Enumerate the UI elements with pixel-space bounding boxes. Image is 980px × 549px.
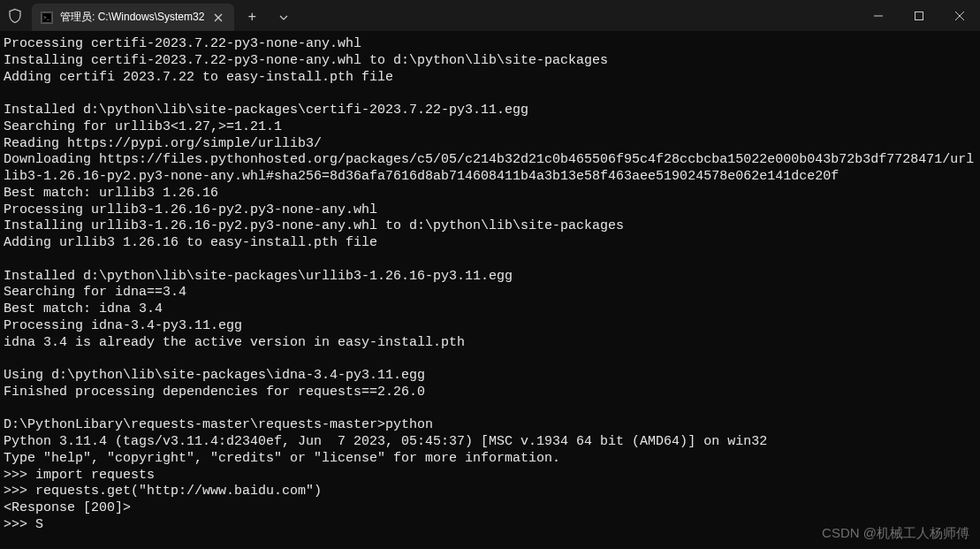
titlebar-left: >_ 管理员: C:\Windows\System32 +	[0, 0, 298, 31]
terminal-line: Processing idna-3.4-py3.11.egg	[4, 318, 976, 335]
terminal-line: Processing urllib3-1.26.16-py2.py3-none-…	[4, 202, 976, 219]
terminal-line: >>> import requests	[4, 468, 976, 484]
new-tab-button[interactable]: +	[238, 10, 266, 26]
terminal-line	[4, 351, 976, 368]
terminal-line: D:\PythonLibary\requests-master\requests…	[4, 417, 976, 434]
terminal-line: Downloading https://files.pythonhosted.o…	[4, 152, 976, 186]
terminal-line: Using d:\python\lib\site-packages\idna-3…	[4, 368, 976, 385]
terminal-line	[4, 401, 976, 418]
watermark: CSDN @机械工人杨师傅	[822, 525, 969, 542]
terminal-line: idna 3.4 is already the active version i…	[4, 335, 976, 352]
terminal-line: Installed d:\python\lib\site-packages\ce…	[4, 103, 976, 119]
terminal-line: <Response [200]>	[4, 500, 976, 517]
terminal-line: Installing urllib3-1.26.16-py2.py3-none-…	[4, 218, 976, 235]
terminal-line: Processing certifi-2023.7.22-py3-none-an…	[4, 36, 976, 53]
svg-text:>_: >_	[43, 15, 49, 20]
close-button[interactable]	[939, 0, 980, 31]
terminal-line: >>> requests.get("http://www.baidu.com")	[4, 484, 976, 500]
tab-active[interactable]: >_ 管理员: C:\Windows\System32	[32, 4, 234, 31]
terminal-line	[4, 86, 976, 103]
terminal-line: Python 3.11.4 (tags/v3.11.4:d2340ef, Jun…	[4, 434, 976, 451]
terminal-line	[4, 252, 976, 269]
minimize-button[interactable]	[858, 0, 899, 31]
terminal-icon: >_	[41, 11, 53, 24]
terminal-line: Installing certifi-2023.7.22-py3-none-an…	[4, 53, 976, 70]
terminal-line: Finished processing dependencies for req…	[4, 385, 976, 401]
terminal-line: Searching for urllib3<1.27,>=1.21.1	[4, 119, 976, 136]
terminal-line: Reading https://pypi.org/simple/urllib3/	[4, 136, 976, 153]
tab-title: 管理员: C:\Windows\System32	[60, 10, 204, 25]
terminal-output[interactable]: Processing certifi-2023.7.22-py3-none-an…	[0, 31, 980, 538]
terminal-line: Installed d:\python\lib\site-packages\ur…	[4, 269, 976, 286]
terminal-line: Best match: urllib3 1.26.16	[4, 186, 976, 202]
terminal-line: Best match: idna 3.4	[4, 301, 976, 318]
tab-dropdown-button[interactable]	[270, 15, 298, 20]
svg-rect-5	[915, 11, 923, 19]
tab-close-button[interactable]	[211, 11, 225, 25]
terminal-line: Adding urllib3 1.26.16 to easy-install.p…	[4, 235, 976, 252]
titlebar: >_ 管理员: C:\Windows\System32 +	[0, 0, 980, 31]
terminal-line: Adding certifi 2023.7.22 to easy-install…	[4, 70, 976, 87]
terminal-line: Type "help", "copyright", "credits" or "…	[4, 451, 976, 468]
titlebar-drag-area[interactable]	[298, 0, 858, 31]
window-controls	[858, 0, 980, 31]
terminal-line: Searching for idna==3.4	[4, 285, 976, 301]
maximize-button[interactable]	[899, 0, 939, 31]
shield-icon	[7, 8, 23, 24]
